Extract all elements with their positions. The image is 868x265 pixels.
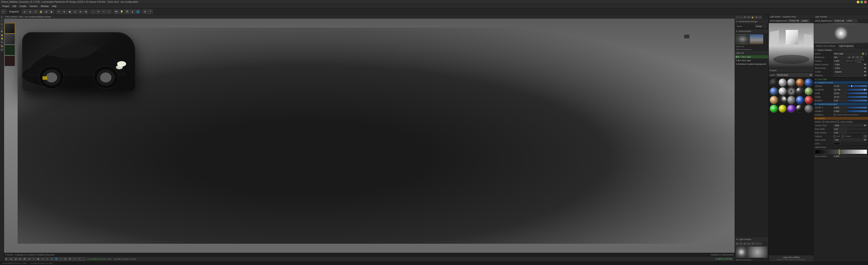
preset-13[interactable] bbox=[796, 96, 804, 104]
preset-9[interactable] bbox=[804, 87, 813, 96]
preset-3[interactable] bbox=[796, 78, 804, 87]
prop-blend-mode-select[interactable]: Color bbox=[833, 67, 867, 70]
vp-btn-play[interactable]: ▶ bbox=[4, 257, 8, 261]
prop-brightness-down[interactable]: ▼ bbox=[851, 56, 855, 59]
maximize-button[interactable] bbox=[860, 1, 863, 3]
toolbar-btn-5[interactable]: ⊞ bbox=[44, 9, 49, 14]
prop-cooler-select[interactable]: Square bbox=[833, 70, 867, 73]
toolbar-btn-3[interactable]: ↺ bbox=[33, 9, 38, 14]
studio-lights-select[interactable]: StudioLights bbox=[776, 73, 813, 77]
longitude-slider[interactable] bbox=[847, 89, 867, 90]
prop-width-input[interactable] bbox=[833, 92, 847, 95]
thumb-3[interactable] bbox=[4, 45, 15, 55]
prop-brightness-link[interactable]: ⊕ bbox=[856, 56, 859, 59]
prop-brightness-input[interactable] bbox=[833, 56, 847, 59]
alpha-multiply-check[interactable] bbox=[837, 121, 839, 123]
vp-btn-grid[interactable]: ⊞ bbox=[27, 257, 31, 261]
sidebar-pan[interactable]: ✋ bbox=[0, 33, 4, 37]
lc-btn-3[interactable]: ⊗ bbox=[743, 242, 747, 245]
thumb-4[interactable] bbox=[4, 56, 15, 66]
toolbar-help[interactable]: ? bbox=[148, 9, 153, 14]
toolbar-btn-7[interactable]: ✦ bbox=[56, 9, 61, 14]
vp-btn-cam[interactable]: 📷 bbox=[23, 257, 27, 261]
prop-longitude-input[interactable] bbox=[833, 88, 847, 91]
env-btn-add[interactable]: + bbox=[735, 16, 739, 19]
preset-11[interactable] bbox=[778, 96, 787, 104]
prop-options-close[interactable]: ✕ bbox=[864, 135, 867, 138]
master-settings-header[interactable]: ▼ Master Settings bbox=[814, 48, 868, 52]
vp-btn-more[interactable]: … bbox=[81, 257, 86, 261]
menu-create[interactable]: Create bbox=[18, 4, 28, 8]
prop-content-type-select[interactable]: Bulb bbox=[833, 124, 867, 127]
content-header[interactable]: ▼ Content bbox=[814, 117, 868, 120]
tab-light-properties[interactable]: Light Properties bbox=[837, 44, 855, 48]
env-btn-del[interactable]: − bbox=[739, 16, 743, 19]
lc-btn-7[interactable]: ← bbox=[758, 242, 762, 245]
transform-core-header[interactable]: ▼ Transform (Core) bbox=[814, 81, 868, 84]
viewport-canvas[interactable] bbox=[4, 19, 735, 253]
vp-btn-shadow[interactable]: ◐ bbox=[63, 257, 67, 261]
preset-10[interactable] bbox=[770, 96, 778, 104]
prop-brightness-up[interactable]: ▲ bbox=[847, 56, 851, 59]
toolbar-select[interactable]: ↖ bbox=[107, 9, 112, 14]
prop-blend-channel-select[interactable]: Color bbox=[833, 63, 867, 66]
sidebar-scale[interactable]: ⤡ bbox=[0, 26, 4, 29]
prop-key-location-input[interactable] bbox=[833, 155, 847, 158]
preset-1[interactable] bbox=[778, 78, 787, 87]
toolbar-camera[interactable]: 📷 bbox=[114, 9, 119, 14]
vp-btn-step-fwd[interactable]: ▶ bbox=[18, 257, 22, 261]
menu-window[interactable]: Window bbox=[39, 4, 50, 8]
prop-half-check[interactable] bbox=[833, 135, 836, 137]
toolbar-scale[interactable]: ⤡ bbox=[101, 9, 106, 14]
env-groups-header[interactable]: ▼ Environment Groups bbox=[735, 20, 768, 24]
menu-camera[interactable]: Camera bbox=[28, 4, 39, 8]
exposure-input[interactable] bbox=[801, 19, 810, 22]
thumb-1[interactable] bbox=[4, 23, 15, 33]
vp-btn-render[interactable]: ★ bbox=[41, 257, 45, 261]
height-slider[interactable] bbox=[847, 96, 867, 98]
prop-handle-y-input[interactable] bbox=[833, 110, 847, 112]
lc-btn-6[interactable]: → bbox=[754, 242, 758, 245]
toolbar-btn-4[interactable]: 🔒 bbox=[38, 9, 43, 14]
toolbar-render[interactable]: 🎬 bbox=[125, 9, 129, 14]
bulb-width-slider[interactable] bbox=[847, 128, 867, 130]
toolbar-btn-10[interactable]: ⊡ bbox=[72, 9, 78, 14]
vp-btn-fx[interactable]: ✦ bbox=[77, 257, 81, 261]
vp-btn-ao[interactable]: ◓ bbox=[68, 257, 72, 261]
prop-notations-check[interactable] bbox=[833, 114, 836, 116]
prop-opacity-input[interactable] bbox=[833, 59, 845, 62]
vp-btn-sun[interactable]: ☀ bbox=[59, 257, 63, 261]
env-btn-vis[interactable]: 👁 bbox=[747, 16, 750, 19]
prop-name-arrow[interactable]: → bbox=[865, 52, 867, 55]
vp-btn-wire[interactable]: ⬡ bbox=[32, 257, 36, 261]
prop-latitude-input[interactable] bbox=[833, 84, 847, 87]
menu-help[interactable]: Help bbox=[51, 4, 58, 8]
lc-btn-1[interactable]: ⊕ bbox=[735, 242, 739, 245]
sidebar-zoom[interactable]: 🔍 bbox=[0, 30, 4, 33]
close-button[interactable] bbox=[864, 1, 867, 3]
light-controls-header[interactable]: ▼ Light Controls bbox=[735, 237, 768, 241]
environments-header[interactable]: ▼ Environments bbox=[735, 29, 768, 33]
menu-edit[interactable]: Edit bbox=[11, 4, 18, 8]
menu-project[interactable]: Project bbox=[1, 4, 11, 8]
preset-0[interactable] bbox=[770, 78, 778, 87]
prop-height-input[interactable] bbox=[833, 95, 847, 98]
env-btn-dup[interactable]: ⧉ bbox=[743, 16, 747, 19]
key-loc-slider[interactable] bbox=[847, 155, 867, 157]
prop-mapping-select[interactable] bbox=[833, 74, 867, 77]
window-controls[interactable] bbox=[857, 1, 867, 3]
vp-btn-bg[interactable]: ◈ bbox=[50, 257, 54, 261]
preset-4[interactable] bbox=[804, 78, 813, 87]
toolbar-btn-8[interactable]: ⊗ bbox=[62, 9, 67, 14]
thumb-2[interactable] bbox=[4, 34, 15, 45]
transform-extended-header[interactable]: ▼ Transform (Extended) bbox=[814, 103, 868, 106]
preview-rgb-select[interactable]: RGB(A) bbox=[834, 19, 845, 22]
active-env-2[interactable] bbox=[747, 246, 767, 258]
preset-17[interactable] bbox=[787, 105, 796, 113]
width-slider[interactable] bbox=[847, 92, 867, 94]
handle-y-slider[interactable] bbox=[847, 110, 867, 112]
toolbar-btn-2[interactable]: ⊕ bbox=[28, 9, 33, 14]
sidebar-rotate[interactable]: ↻ bbox=[0, 23, 4, 26]
env-thumb-hdri[interactable] bbox=[736, 34, 749, 44]
rgb-select[interactable]: RGB(A) bbox=[788, 19, 800, 22]
